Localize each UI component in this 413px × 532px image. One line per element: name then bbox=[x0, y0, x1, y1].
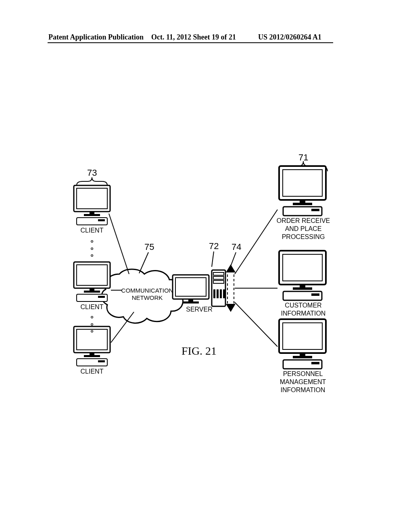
ref-74: 74 bbox=[232, 242, 241, 252]
svg-line-25 bbox=[212, 251, 214, 267]
ellipsis-2: o o o bbox=[90, 314, 94, 335]
ref-72: 72 bbox=[209, 241, 219, 251]
svg-marker-34 bbox=[226, 304, 236, 312]
client-label-3: CLIENT bbox=[80, 368, 104, 376]
orderproc-label: ORDER RECEIVE AND PLACE PROCESSING bbox=[271, 217, 336, 241]
figure-caption: FIG. 21 bbox=[181, 345, 217, 357]
server-label: SERVER bbox=[183, 305, 215, 314]
ref-73: 73 bbox=[87, 168, 97, 178]
svg-line-37 bbox=[235, 302, 277, 347]
svg-line-26 bbox=[231, 252, 236, 266]
personnel-label: PERSONNEL MANAGEMENT INFORMATION bbox=[273, 370, 333, 394]
page-root: Patent Application Publication Oct. 11, … bbox=[0, 0, 413, 532]
ref-71: 71 bbox=[298, 152, 308, 163]
diagram-connectors bbox=[0, 0, 413, 532]
ellipsis-1: o o o bbox=[90, 238, 94, 259]
bidirectional-arrow-icon bbox=[226, 264, 236, 312]
svg-marker-33 bbox=[226, 264, 236, 272]
svg-line-24 bbox=[139, 252, 148, 273]
svg-line-27 bbox=[109, 214, 129, 274]
client-label-2: CLIENT bbox=[80, 303, 104, 311]
custinfo-label: CUSTOMER INFORMATION bbox=[275, 301, 332, 318]
client-label-1: CLIENT bbox=[80, 227, 104, 235]
cloud-label: COMMUNICATION NETWORK bbox=[119, 287, 175, 301]
diagram-stage: 73 71 75 72 74 CLIENT CLIENT CLIENT o o … bbox=[0, 0, 413, 532]
ref-75: 75 bbox=[144, 242, 154, 252]
